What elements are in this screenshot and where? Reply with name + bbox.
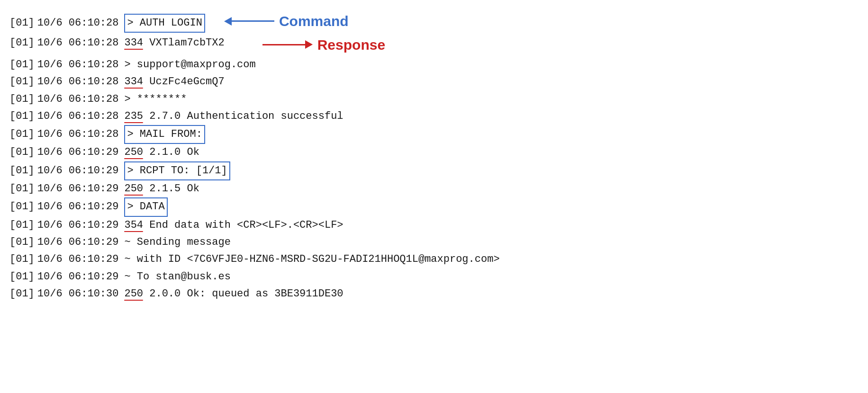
log-line: [01]10/6 06:10:29354 End data with <CR><… — [9, 217, 859, 234]
line-timestamp: 10/6 06:10:29 — [37, 198, 119, 215]
arrow-line-blue — [232, 20, 274, 22]
line-timestamp: 10/6 06:10:29 — [37, 144, 119, 161]
log-line: [01]10/6 06:10:29 ~ Sending message — [9, 234, 859, 251]
line-timestamp: 10/6 06:10:28 — [37, 15, 119, 32]
log-line: [01]10/6 06:10:29 ~ with ID <7C6VFJE0-HZ… — [9, 251, 859, 268]
command-box: > AUTH LOGIN — [124, 14, 205, 33]
line-prefix: [01] — [9, 198, 35, 215]
line-prefix: [01] — [9, 268, 35, 286]
line-prefix: [01] — [9, 217, 35, 234]
command-annotation: Command — [224, 9, 349, 33]
line-content: > support@maxprog.com — [124, 56, 255, 73]
log-line: [01]10/6 06:10:28> support@maxprog.com — [9, 56, 859, 73]
line-content: 250 2.1.0 Ok — [124, 144, 199, 161]
log-line: [01]10/6 06:10:30250 2.0.0 Ok: queued as… — [9, 286, 859, 303]
response-arrow — [262, 40, 313, 49]
line-timestamp: 10/6 06:10:29 — [37, 268, 119, 286]
line-prefix: [01] — [9, 126, 35, 143]
line-content: 250 2.1.5 Ok — [124, 180, 199, 197]
line-content: > RCPT TO: [1/1] — [124, 161, 230, 180]
log-line: [01]10/6 06:10:28235 2.7.0 Authenticatio… — [9, 108, 859, 125]
log-line: [01]10/6 06:10:28> ******** — [9, 91, 859, 108]
line-content: > DATA — [124, 197, 167, 216]
arrow-line-red — [262, 44, 305, 45]
log-line: [01]10/6 06:10:29250 2.1.5 Ok — [9, 180, 859, 197]
line-content: ~ To stan@busk.es — [124, 268, 230, 286]
line-prefix: [01] — [9, 144, 35, 161]
response-code: 354 — [124, 219, 143, 231]
line-content: > MAIL FROM: — [124, 125, 205, 144]
line-content: 235 2.7.0 Authentication successful — [124, 108, 343, 125]
line-content: ~ Sending message — [124, 234, 230, 251]
log-line: [01]10/6 06:10:28334 VXTlam7cbTX2 Respon… — [9, 33, 859, 57]
line-prefix: [01] — [9, 286, 35, 303]
command-box: > MAIL FROM: — [124, 125, 205, 144]
log-line: [01]10/6 06:10:29 ~ To stan@busk.es — [9, 268, 859, 286]
response-code: 334 — [124, 37, 143, 49]
line-timestamp: 10/6 06:10:28 — [37, 56, 119, 73]
line-prefix: [01] — [9, 91, 35, 108]
line-timestamp: 10/6 06:10:29 — [37, 162, 119, 179]
log-line: [01]10/6 06:10:28334 UczFc4eGcmQ7 — [9, 73, 859, 90]
line-prefix: [01] — [9, 162, 35, 179]
line-content: 250 2.0.0 Ok: queued as 3BE3911DE30 — [124, 286, 343, 303]
command-box: > DATA — [124, 197, 167, 216]
response-annotation: Response — [262, 33, 385, 57]
line-prefix: [01] — [9, 15, 35, 32]
line-prefix: [01] — [9, 234, 35, 251]
response-code: 250 — [124, 146, 143, 158]
command-arrow — [224, 17, 274, 26]
response-code: 334 — [124, 76, 143, 88]
line-prefix: [01] — [9, 73, 35, 90]
log-line: [01]10/6 06:10:28> MAIL FROM: — [9, 125, 859, 144]
line-content: 354 End data with <CR><LF>.<CR><LF> — [124, 217, 343, 234]
log-line: [01]10/6 06:10:29> RCPT TO: [1/1] — [9, 161, 859, 180]
line-timestamp: 10/6 06:10:29 — [37, 251, 119, 268]
response-code: 250 — [124, 183, 143, 195]
line-timestamp: 10/6 06:10:28 — [37, 126, 119, 143]
line-timestamp: 10/6 06:10:29 — [37, 217, 119, 234]
command-box: > RCPT TO: [1/1] — [124, 161, 230, 180]
line-timestamp: 10/6 06:10:28 — [37, 73, 119, 90]
line-content: ~ with ID <7C6VFJE0-HZN6-MSRD-SG2U-FADI2… — [124, 251, 499, 268]
line-content: > AUTH LOGIN — [124, 14, 205, 33]
line-timestamp: 10/6 06:10:28 — [37, 91, 119, 108]
line-content: > ******** — [124, 91, 187, 108]
line-timestamp: 10/6 06:10:28 — [37, 108, 119, 125]
response-label: Response — [317, 33, 385, 57]
line-content: 334 UczFc4eGcmQ7 — [124, 73, 224, 90]
arrow-head-right-icon — [305, 40, 313, 49]
line-timestamp: 10/6 06:10:29 — [37, 180, 119, 197]
log-container: [01]10/6 06:10:28> AUTH LOGIN Command [0… — [9, 5, 859, 303]
log-line: [01]10/6 06:10:28> AUTH LOGIN Command — [9, 9, 859, 33]
response-code: 235 — [124, 110, 143, 122]
line-prefix: [01] — [9, 251, 35, 268]
line-content: 334 VXTlam7cbTX2 — [124, 35, 224, 52]
line-prefix: [01] — [9, 180, 35, 197]
line-timestamp: 10/6 06:10:28 — [37, 35, 119, 52]
command-label: Command — [279, 9, 349, 33]
line-timestamp: 10/6 06:10:30 — [37, 286, 119, 303]
arrow-head-left-icon — [224, 17, 232, 26]
line-timestamp: 10/6 06:10:29 — [37, 234, 119, 251]
log-line: [01]10/6 06:10:29250 2.1.0 Ok — [9, 144, 859, 161]
line-prefix: [01] — [9, 108, 35, 125]
line-prefix: [01] — [9, 56, 35, 73]
response-code: 250 — [124, 288, 143, 300]
line-prefix: [01] — [9, 35, 35, 52]
log-line: [01]10/6 06:10:29> DATA — [9, 197, 859, 216]
